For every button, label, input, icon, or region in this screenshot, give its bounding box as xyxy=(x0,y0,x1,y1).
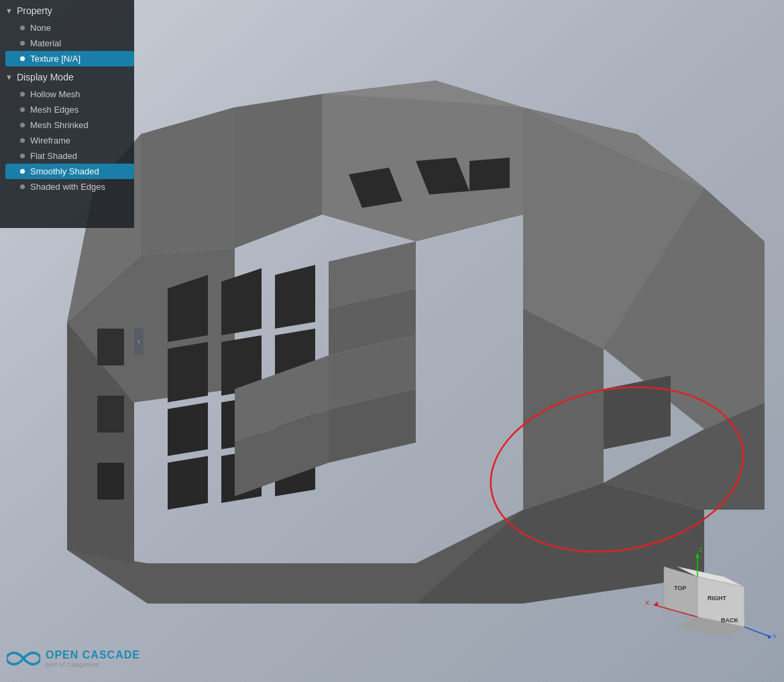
flat-shaded-label: Flat Shaded xyxy=(30,151,77,161)
left-panel: ▼ Property None Material Texture [N/A] ▼… xyxy=(0,0,134,228)
dot-icon xyxy=(20,25,25,30)
display-mode-arrow-icon: ▼ xyxy=(5,73,13,81)
dot-icon xyxy=(20,92,25,97)
opencascade-logo-icon xyxy=(7,642,40,675)
svg-text:Y: Y xyxy=(773,633,777,640)
svg-marker-20 xyxy=(168,456,208,510)
logo-area: OPEN CASCADE part of Capgemini xyxy=(7,642,140,675)
svg-rect-15 xyxy=(97,396,124,433)
svg-marker-25 xyxy=(275,265,315,329)
dot-icon xyxy=(20,154,25,158)
wireframe-label: Wireframe xyxy=(30,135,70,146)
svg-rect-16 xyxy=(97,463,124,500)
property-material[interactable]: Material xyxy=(5,36,134,51)
property-section-header[interactable]: ▼ Property xyxy=(0,0,134,20)
property-section-label: Property xyxy=(17,5,52,16)
svg-marker-18 xyxy=(168,342,208,402)
dot-icon xyxy=(20,138,25,143)
mesh-shrinked-label: Mesh Shrinked xyxy=(30,120,89,130)
dot-icon xyxy=(20,184,25,189)
property-items: None Material Texture [N/A] xyxy=(0,20,134,66)
smoothly-shaded-label: Smoothly Shaded xyxy=(30,166,99,176)
svg-text:TOP: TOP xyxy=(674,585,686,591)
svg-text:BACK: BACK xyxy=(721,617,738,624)
display-hollow-mesh[interactable]: Hollow Mesh xyxy=(5,87,134,102)
hollow-mesh-label: Hollow Mesh xyxy=(30,89,80,99)
logo-text: OPEN CASCADE part of Capgemini xyxy=(46,649,140,668)
display-mode-section-label: Display Mode xyxy=(17,72,74,82)
display-mode-section-header[interactable]: ▼ Display Mode xyxy=(0,66,134,87)
svg-text:Z: Z xyxy=(699,547,703,553)
property-texture-label: Texture [N/A] xyxy=(30,54,80,64)
display-mesh-shrinked[interactable]: Mesh Shrinked xyxy=(5,117,134,133)
mesh-edges-label: Mesh Edges xyxy=(30,105,78,115)
display-smoothly-shaded[interactable]: Smoothly Shaded xyxy=(5,164,134,179)
property-material-label: Material xyxy=(30,38,61,48)
logo-name: OPEN CASCADE xyxy=(46,649,140,661)
panel-collapse-handle[interactable]: ‹ xyxy=(134,328,144,355)
svg-marker-19 xyxy=(168,402,208,456)
display-mesh-edges[interactable]: Mesh Edges xyxy=(5,102,134,117)
dot-icon xyxy=(20,56,25,61)
dot-icon xyxy=(20,169,25,174)
display-shaded-with-edges[interactable]: Shaded with Edges xyxy=(5,179,134,194)
property-arrow-icon: ▼ xyxy=(5,7,13,15)
svg-marker-31 xyxy=(469,158,510,191)
dot-icon xyxy=(20,107,25,112)
dot-icon xyxy=(20,41,25,46)
svg-text:X: X xyxy=(645,600,649,606)
display-flat-shaded[interactable]: Flat Shaded xyxy=(5,148,134,164)
svg-text:RIGHT: RIGHT xyxy=(708,595,727,602)
dot-icon xyxy=(20,123,25,127)
property-none[interactable]: None xyxy=(5,20,134,36)
chevron-left-icon: ‹ xyxy=(137,337,140,346)
shaded-with-edges-label: Shaded with Edges xyxy=(30,182,105,192)
display-wireframe[interactable]: Wireframe xyxy=(5,133,134,148)
property-none-label: None xyxy=(30,23,51,33)
property-texture[interactable]: Texture [N/A] xyxy=(5,51,134,66)
svg-rect-14 xyxy=(97,329,124,365)
logo-sub: part of Capgemini xyxy=(46,661,140,668)
display-mode-items: Hollow Mesh Mesh Edges Mesh Shrinked Wir… xyxy=(0,87,134,194)
